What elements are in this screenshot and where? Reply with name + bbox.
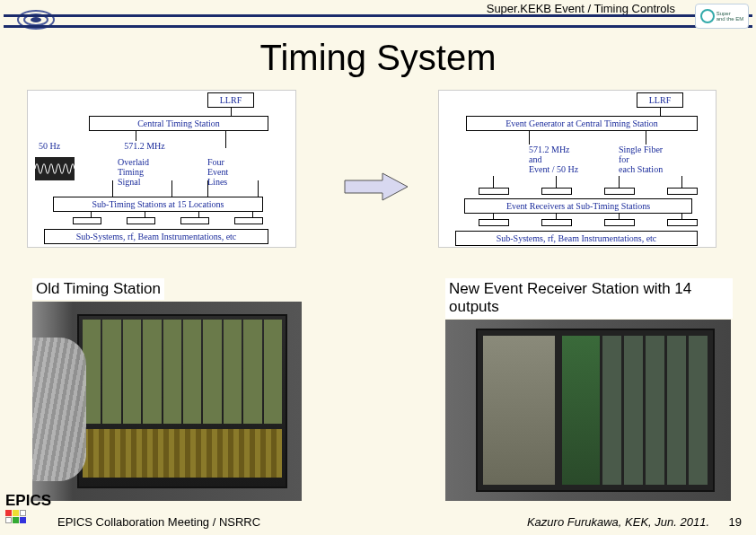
box-subsystems-new: Sub-Systems, rf, Beam Instrumentations, … (455, 231, 698, 246)
transition-arrow-icon (341, 171, 413, 206)
epics-logo-squares (5, 510, 31, 523)
slide: Super.KEKB Event / Timing Controls Super… (0, 0, 756, 535)
box-event-generator: Event Generator at Central Timing Statio… (466, 116, 698, 131)
footer-author: Kazuro Furukawa, KEK, Jun. 2011. (527, 515, 709, 529)
header-rule-2 (4, 25, 752, 28)
box-llrf-new: LLRF (637, 92, 683, 108)
box-sub-timing-15: Sub-Timing Stations at 15 Locations (53, 197, 263, 212)
photo-old-timing-station (32, 302, 302, 501)
box-llrf-old: LLRF (207, 92, 254, 108)
label-four-lines: Four Event Lines (207, 157, 243, 187)
header-breadcrumb: Super.KEKB Event / Timing Controls (0, 2, 675, 15)
label-single-fiber: Single Fiber for each Station (619, 145, 681, 174)
superkekb-logo: Superand the EM (695, 4, 749, 29)
label-overlaid: Overlaid Timing Signal (118, 157, 166, 187)
diagram-new-system: LLRF Event Generator at Central Timing S… (438, 90, 716, 248)
waveform-icon (35, 157, 75, 180)
label-571mhz: 571.2 MHz (118, 141, 171, 151)
diagram-old-system: LLRF Central Timing Station 50 Hz 571.2 … (27, 90, 296, 248)
label-50hz: 50 Hz (31, 141, 67, 151)
box-central-timing: Central Timing Station (89, 116, 268, 131)
epics-logo-text: EPICS (5, 492, 51, 510)
box-event-receivers: Event Receivers at Sub-Timing Stations (464, 198, 692, 214)
page-title: Timing System (0, 38, 756, 78)
caption-new-station: New Event Receiver Station with 14 outpu… (445, 278, 733, 319)
photo-new-event-receiver (445, 320, 731, 501)
box-subsystems-old: Sub-Systems, rf, Beam Instrumentations, … (44, 229, 268, 244)
svg-point-2 (31, 17, 41, 22)
footer-meeting: EPICS Collaboration Meeting / NSRRC (57, 515, 260, 529)
label-571-event: 571.2 MHz and Event / 50 Hz (529, 145, 592, 174)
header-rule-1 (4, 14, 752, 17)
caption-old-station: Old Timing Station (32, 278, 164, 300)
page-number: 19 (729, 515, 742, 529)
